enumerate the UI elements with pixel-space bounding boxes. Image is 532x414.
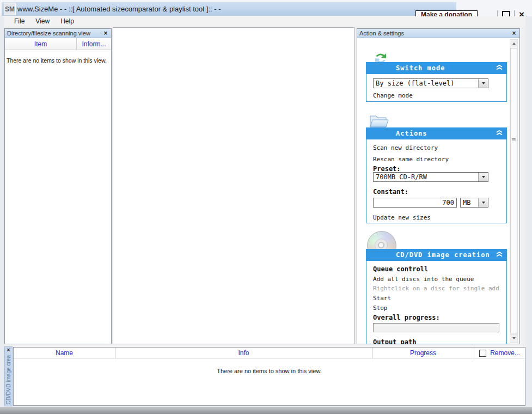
scrollbar-grip: [512, 138, 516, 142]
scrollbar-thumb[interactable]: [510, 48, 517, 333]
panel-close-button[interactable]: ×: [102, 30, 109, 36]
output-path-label: Output path: [373, 338, 416, 344]
collapse-chevron-icon[interactable]: [496, 252, 503, 257]
directory-scan-panel: Directory/filesize scanning view × Item …: [4, 28, 112, 344]
directory-scan-panel-header: Directory/filesize scanning view ×: [5, 29, 111, 38]
rightclick-hint: Rightclick on a disc for single add: [373, 285, 499, 292]
action-settings-panel: Action & settings × Switch mode By size …: [357, 28, 520, 344]
panel-title: Action & settings: [359, 30, 511, 36]
main-view: [113, 27, 354, 344]
overall-progress-label: Overall progress:: [373, 314, 440, 321]
preset-label: Preset:: [373, 165, 401, 173]
remove-all-checkbox[interactable]: [479, 350, 486, 357]
group-title: Switch mode: [396, 64, 445, 72]
title-band: SM www.SizeMe - - ::[ Automated sizecomp…: [2, 2, 456, 16]
empty-list-message: There are no items to show in this view.: [5, 50, 111, 64]
remove-column-label: Remove...: [490, 349, 520, 357]
menu-bar: File View Help: [4, 16, 525, 26]
empty-queue-message: There are no items to show in this view.: [14, 368, 525, 374]
panel-title: Directory/filesize scanning view: [7, 30, 102, 36]
queue-column-header-row: Name Info Progress Remove...: [14, 348, 525, 359]
rescan-directory-link[interactable]: Rescan same directory: [373, 156, 449, 163]
panel-scrollbar[interactable]: [510, 39, 518, 343]
update-sizes-link[interactable]: Update new sizes: [373, 214, 431, 221]
mode-select[interactable]: By size (flat-level): [373, 78, 488, 88]
group-title: Actions: [396, 130, 427, 137]
window-frame-right: [525, 0, 532, 406]
collapse-chevron-icon[interactable]: [496, 65, 503, 70]
queue-control-label: Queue controll: [373, 265, 428, 273]
scroll-up-icon: [512, 42, 516, 45]
menu-help[interactable]: Help: [55, 17, 80, 25]
dock-close-button[interactable]: ×: [5, 347, 12, 354]
stop-link[interactable]: Stop: [373, 305, 388, 312]
status-bar: [0, 406, 532, 414]
overall-progress-bar: [373, 323, 499, 332]
change-mode-link[interactable]: Change mode: [373, 92, 413, 99]
column-header-information[interactable]: Inform...: [77, 38, 111, 50]
cd-image-dock-strip: × CD/DVD image crea: [4, 346, 13, 406]
dock-strip-title: CD/DVD image crea: [5, 355, 11, 405]
cd-image-queue-table: Name Info Progress Remove... There are n…: [13, 347, 525, 406]
action-settings-body: Switch mode By size (flat-level) Change …: [357, 38, 519, 344]
cd-image-group-box: Queue controll Add all discs into the qu…: [366, 260, 507, 344]
add-all-discs-link[interactable]: Add all discs into the queue: [373, 276, 474, 283]
column-header-name[interactable]: Name: [14, 348, 115, 358]
preset-select[interactable]: 700MB CD-R/RW: [373, 172, 488, 182]
start-link[interactable]: Start: [373, 295, 391, 302]
scroll-up-button[interactable]: [510, 40, 517, 47]
actions-group-header: Actions: [366, 127, 507, 139]
column-header-remove[interactable]: Remove...: [474, 348, 525, 358]
constant-input[interactable]: 700: [373, 198, 457, 208]
column-header-progress[interactable]: Progress: [372, 348, 474, 358]
dropdown-arrow-icon[interactable]: [478, 79, 488, 88]
app-window: SM www.SizeMe - - ::[ Automated sizecomp…: [0, 0, 532, 414]
collapse-chevron-icon[interactable]: [496, 130, 503, 136]
scan-new-directory-link[interactable]: Scan new directory: [373, 144, 438, 151]
switch-mode-group-box: By size (flat-level) Change mode: [366, 74, 507, 102]
menu-file[interactable]: File: [9, 17, 30, 25]
dropdown-arrow-icon[interactable]: [478, 173, 488, 181]
unit-select[interactable]: MB: [460, 198, 488, 208]
panel-close-button[interactable]: ×: [511, 30, 517, 36]
mode-select-value: By size (flat-level): [376, 80, 455, 87]
switch-mode-group-header: Switch mode: [366, 62, 507, 74]
group-title: CD/DVD image creation: [396, 251, 490, 259]
column-header-info[interactable]: Info: [115, 348, 372, 358]
action-settings-panel-header: Action & settings ×: [357, 29, 519, 38]
unit-select-value: MB: [463, 199, 470, 206]
window-frame-left: [0, 0, 4, 406]
column-header-row: Item Inform...: [5, 38, 111, 50]
dropdown-arrow-icon[interactable]: [478, 198, 488, 207]
scroll-down-icon: [512, 337, 516, 339]
cd-image-group-header: CD/DVD image creation: [366, 249, 507, 260]
scroll-down-button[interactable]: [510, 334, 517, 342]
title-bar: SM www.SizeMe - - ::[ Automated sizecomp…: [0, 0, 532, 16]
column-header-item[interactable]: Item: [5, 38, 77, 50]
constant-label: Constant:: [373, 188, 408, 196]
app-icon: SM: [4, 3, 16, 15]
actions-group-box: Scan new directory Rescan same directory…: [366, 139, 507, 223]
preset-select-value: 700MB CD-R/RW: [376, 173, 427, 181]
window-title: www.SizeMe - - ::[ Automated sizecompara…: [17, 5, 221, 13]
menu-view[interactable]: View: [30, 17, 55, 25]
